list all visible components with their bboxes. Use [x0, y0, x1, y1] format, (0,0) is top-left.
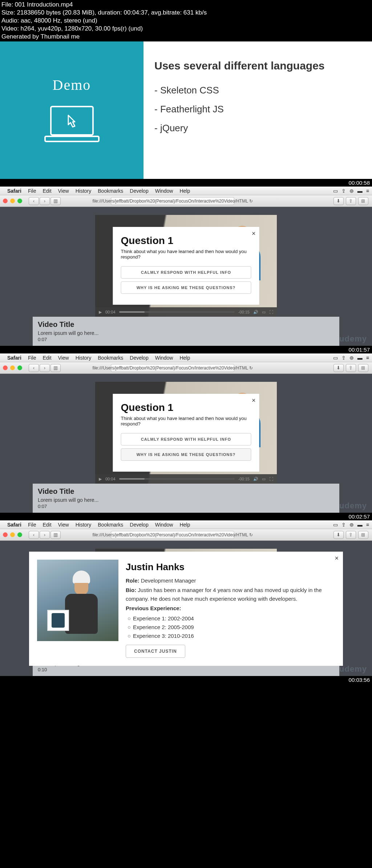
menu-window[interactable]: Window [155, 355, 173, 361]
menu-help[interactable]: Help [179, 522, 190, 528]
laptop-icon [43, 104, 101, 144]
close-icon[interactable]: × [335, 555, 339, 562]
menu-edit[interactable]: Edit [43, 188, 51, 194]
close-button[interactable] [3, 365, 8, 370]
wifi-icon[interactable]: ⊚ [349, 355, 354, 361]
window-controls [3, 532, 22, 537]
close-icon[interactable]: × [252, 230, 256, 237]
option-2-button[interactable]: WHY IS HE ASKING ME THESE QUESTIONS? [121, 448, 251, 461]
fullscreen-icon[interactable]: ⛶ [269, 310, 273, 314]
menu-window[interactable]: Window [155, 188, 173, 194]
menu-icon[interactable]: ≡ [366, 522, 369, 528]
dropbox-icon[interactable]: ⇪ [341, 188, 346, 194]
download-button[interactable]: ⬇ [333, 531, 344, 539]
question-modal: × Question 1 Think about what you have l… [113, 227, 259, 305]
option-1-button[interactable]: CALMLY RESPOND WITH HELPFUL INFO [121, 433, 251, 445]
menu-help[interactable]: Help [179, 355, 190, 361]
dropbox-icon[interactable]: ⇪ [341, 522, 346, 528]
video-player[interactable]: × Question 1 Think about what you have l… [95, 382, 277, 484]
option-1-button[interactable]: CALMLY RESPOND WITH HELPFUL INFO [121, 266, 251, 279]
screenshare-icon[interactable]: ▭ [333, 355, 338, 361]
video-player[interactable]: × Question 1 Think about what you have l… [95, 215, 277, 317]
maximize-button[interactable] [17, 365, 22, 370]
app-name[interactable]: Safari [7, 522, 21, 528]
menu-edit[interactable]: Edit [43, 522, 51, 528]
tabs-button[interactable]: ⊞ [358, 531, 368, 539]
menu-view[interactable]: View [58, 188, 69, 194]
battery-icon[interactable]: ▬ [357, 522, 363, 528]
battery-icon[interactable]: ▬ [357, 188, 363, 194]
menu-develop[interactable]: Develop [130, 355, 148, 361]
dropbox-icon[interactable]: ⇪ [341, 355, 346, 361]
wifi-icon[interactable]: ⊚ [349, 522, 354, 528]
file-name: File: 001 Introduction.mp4 [1, 1, 371, 9]
volume-icon[interactable]: 🔊 [253, 477, 258, 481]
download-button[interactable]: ⬇ [333, 197, 344, 205]
menu-view[interactable]: View [58, 355, 69, 361]
minimize-button[interactable] [10, 532, 15, 537]
address-bar[interactable]: file:///Users/jeffbatt/Dropbox%20(Person… [111, 197, 234, 205]
menu-bookmarks[interactable]: Bookmarks [98, 355, 123, 361]
app-name[interactable]: Safari [7, 355, 21, 361]
forward-button[interactable]: › [40, 531, 50, 539]
download-button[interactable]: ⬇ [333, 364, 344, 372]
sidebar-button[interactable]: ▥ [50, 364, 61, 372]
sidebar-button[interactable]: ▥ [50, 197, 61, 205]
share-button[interactable]: ⇧ [346, 364, 356, 372]
share-button[interactable]: ⇧ [346, 197, 356, 205]
forward-button[interactable]: › [40, 197, 50, 205]
menu-icon[interactable]: ≡ [366, 355, 369, 361]
menu-icon[interactable]: ≡ [366, 188, 369, 194]
address-bar[interactable]: file:///Users/jeffbatt/Dropbox%20(Person… [111, 364, 234, 372]
option-2-button[interactable]: WHY IS HE ASKING ME THESE QUESTIONS? [121, 281, 251, 294]
battery-icon[interactable]: ▬ [357, 355, 363, 361]
share-button[interactable]: ⇧ [346, 531, 356, 539]
menu-file[interactable]: File [28, 355, 36, 361]
menu-develop[interactable]: Develop [130, 188, 148, 194]
screenshare-icon[interactable]: ▭ [333, 522, 338, 528]
play-icon[interactable]: ▶ [99, 477, 102, 481]
back-button[interactable]: ‹ [29, 197, 39, 205]
menu-bookmarks[interactable]: Bookmarks [98, 188, 123, 194]
volume-icon[interactable]: 🔊 [253, 310, 258, 315]
cc-icon[interactable]: ▭ [262, 477, 266, 481]
sidebar-button[interactable]: ▥ [50, 531, 61, 539]
maximize-button[interactable] [17, 199, 22, 203]
contact-button[interactable]: CONTACT JUSTIN [126, 645, 185, 658]
back-button[interactable]: ‹ [29, 364, 39, 372]
play-icon[interactable]: ▶ [99, 310, 102, 315]
app-name[interactable]: Safari [7, 188, 21, 194]
demo-slide: Demo Uses several different languages Sk… [0, 41, 372, 179]
menu-view[interactable]: View [58, 522, 69, 528]
address-bar[interactable]: file:///Users/jeffbatt/Dropbox%20(Person… [111, 531, 234, 539]
remaining-time: -00:15 [238, 477, 250, 481]
progress-slider[interactable] [119, 478, 235, 480]
menu-file[interactable]: File [28, 522, 36, 528]
menu-window[interactable]: Window [155, 522, 173, 528]
progress-slider[interactable] [119, 311, 235, 313]
menu-edit[interactable]: Edit [43, 355, 51, 361]
screenshare-icon[interactable]: ▭ [333, 188, 338, 194]
close-button[interactable] [3, 199, 8, 203]
close-icon[interactable]: × [252, 397, 256, 404]
back-button[interactable]: ‹ [29, 531, 39, 539]
menu-file[interactable]: File [28, 188, 36, 194]
menu-history[interactable]: History [76, 188, 92, 194]
close-button[interactable] [3, 532, 8, 537]
menu-history[interactable]: History [76, 522, 92, 528]
forward-button[interactable]: › [40, 364, 50, 372]
maximize-button[interactable] [17, 532, 22, 537]
menu-history[interactable]: History [76, 355, 92, 361]
fullscreen-icon[interactable]: ⛶ [269, 477, 273, 481]
minimize-button[interactable] [10, 199, 15, 203]
minimize-button[interactable] [10, 365, 15, 370]
menu-develop[interactable]: Develop [130, 522, 148, 528]
menu-help[interactable]: Help [179, 188, 190, 194]
experience-item: Experience 1: 2002-2004 [126, 614, 335, 623]
tabs-button[interactable]: ⊞ [358, 364, 368, 372]
menubar-status: ▭ ⇪ ⊚ ▬ ≡ [333, 188, 369, 194]
tabs-button[interactable]: ⊞ [358, 197, 368, 205]
menu-bookmarks[interactable]: Bookmarks [98, 522, 123, 528]
wifi-icon[interactable]: ⊚ [349, 188, 354, 194]
cc-icon[interactable]: ▭ [262, 310, 266, 315]
